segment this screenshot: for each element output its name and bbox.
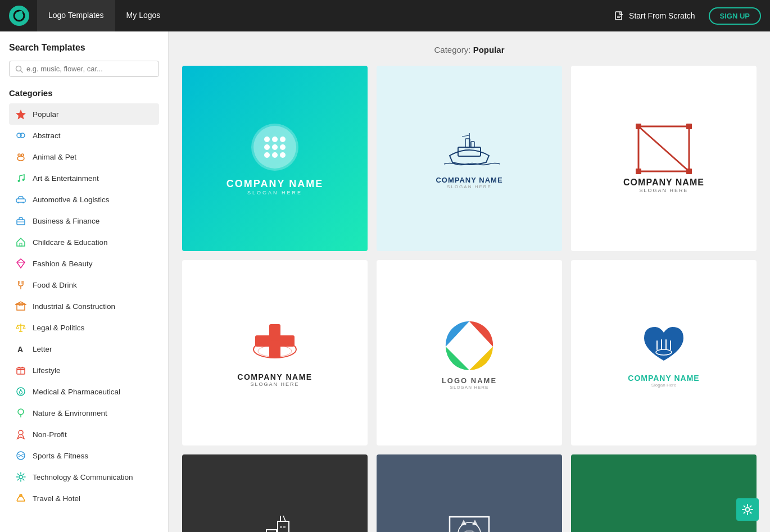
card6-slogan: Slogan Here <box>651 383 676 388</box>
svg-point-51 <box>280 144 286 150</box>
svg-marker-21 <box>17 259 25 268</box>
sidebar: Search Templates Categories Popular Abst… <box>0 31 169 532</box>
logo-card-2[interactable]: COMPANY NAME SLOGAN HERE <box>377 66 562 251</box>
logo-card-3[interactable]: COMPANY NAME SLOGAN HERE <box>571 66 757 251</box>
nav-tabs: Logo Templates My Logos <box>37 0 608 31</box>
car-icon <box>15 193 27 206</box>
svg-point-97 <box>746 508 750 512</box>
sidebar-item-abstract[interactable]: Abstract <box>9 125 159 146</box>
svg-point-48 <box>280 137 286 142</box>
settings-button[interactable] <box>736 498 759 521</box>
search-box[interactable] <box>9 61 159 77</box>
svg-point-1 <box>19 11 22 14</box>
svg-point-74 <box>656 349 672 355</box>
svg-rect-2 <box>615 12 622 20</box>
logo-card-9[interactable]: $ COMPANY NAME <box>571 454 757 532</box>
sidebar-item-food[interactable]: Food & Drink <box>9 274 159 295</box>
building-icon <box>15 300 27 312</box>
sidebar-item-childcare[interactable]: Childcare & Education <box>9 231 159 253</box>
sidebar-item-business[interactable]: Business & Finance <box>9 210 159 231</box>
svg-text:A: A <box>17 345 23 354</box>
logo-card-6[interactable]: COMPANY NAME Slogan Here <box>571 260 757 445</box>
svg-point-52 <box>264 152 270 158</box>
svg-point-47 <box>272 137 278 142</box>
sidebar-item-label-legal: Legal & Politics <box>33 324 84 332</box>
svg-rect-76 <box>266 530 277 532</box>
search-input[interactable] <box>26 65 153 73</box>
svg-line-61 <box>638 126 689 171</box>
tree-icon <box>15 407 27 419</box>
logo-card-1[interactable]: COMPANY NAME SLOGAN HERE <box>182 66 368 251</box>
search-icon <box>15 65 23 73</box>
sidebar-item-label-lifestyle: Lifestyle <box>33 366 61 375</box>
briefcase-icon <box>15 215 27 227</box>
abstract-icon <box>15 129 27 142</box>
svg-rect-55 <box>458 147 481 156</box>
sidebar-item-label-art: Art & Entertainment <box>33 174 99 183</box>
svg-point-14 <box>22 179 25 181</box>
sidebar-item-popular[interactable]: Popular <box>9 103 159 125</box>
letter-icon: A <box>15 343 27 355</box>
category-prefix: Category: <box>434 45 470 54</box>
svg-line-79 <box>283 516 286 521</box>
svg-rect-15 <box>16 199 25 202</box>
sidebar-item-label-automotive: Automotive & Logistics <box>33 195 110 204</box>
svg-rect-63 <box>686 124 692 129</box>
categories-title: Categories <box>9 88 159 98</box>
svg-line-59 <box>462 135 469 137</box>
sidebar-item-label-abstract: Abstract <box>33 131 61 140</box>
sidebar-item-label-letter: Letter <box>33 345 52 353</box>
svg-point-37 <box>18 409 24 415</box>
sidebar-item-animal[interactable]: Animal & Pet <box>9 146 159 167</box>
svg-point-39 <box>19 430 23 435</box>
star-icon <box>15 108 27 120</box>
logo-card-8[interactable]: Company Name Slogan Here <box>377 454 562 532</box>
sidebar-item-label-childcare: Childcare & Education <box>33 238 108 247</box>
food-icon <box>15 279 27 291</box>
svg-point-49 <box>264 144 270 150</box>
logo-card-7[interactable]: COMPANY NAME Slogan Here <box>182 454 368 532</box>
svg-point-46 <box>264 137 270 142</box>
sidebar-item-art[interactable]: Art & Entertainment <box>9 167 159 189</box>
ribbon-icon <box>15 428 27 440</box>
card3-slogan: SLOGAN HERE <box>623 188 704 193</box>
sidebar-item-label-sports: Sports & Fitness <box>33 452 88 460</box>
logo-card-5[interactable]: LOGO NAME SLOGAN HERE <box>377 260 562 445</box>
svg-rect-65 <box>686 169 692 174</box>
tab-my-logos[interactable]: My Logos <box>115 0 172 31</box>
svg-point-53 <box>272 152 278 158</box>
svg-point-13 <box>18 180 20 182</box>
card1-slogan: SLOGAN HERE <box>247 190 302 195</box>
sports-icon <box>15 449 27 462</box>
logo-card-4[interactable]: COMPANY NAME Slogan Here <box>182 260 368 445</box>
tab-logo-templates[interactable]: Logo Templates <box>37 0 115 31</box>
svg-marker-87 <box>461 520 466 525</box>
sidebar-item-label-medical: Medical & Pharmaceutical <box>33 388 120 396</box>
card1-company: COMPANY NAME <box>227 178 323 190</box>
app-logo <box>9 6 29 26</box>
sidebar-item-label-fashion: Fashion & Beauty <box>33 260 93 268</box>
sidebar-item-lifestyle[interactable]: Lifestyle <box>9 360 159 381</box>
sidebar-item-industrial[interactable]: Industrial & Construction <box>9 295 159 317</box>
sidebar-item-medical[interactable]: Medical & Pharmaceutical <box>9 381 159 402</box>
sidebar-item-legal[interactable]: Legal & Politics <box>9 317 159 338</box>
card5-company: LOGO NAME <box>442 376 497 385</box>
start-from-scratch-label: Start From Scratch <box>629 11 695 20</box>
sidebar-item-label-animal: Animal & Pet <box>33 153 76 161</box>
signup-button[interactable]: SIGN UP <box>709 7 761 25</box>
sidebar-item-sports[interactable]: Sports & Fitness <box>9 445 159 466</box>
search-templates-title: Search Templates <box>9 43 159 53</box>
sidebar-item-nature[interactable]: Nature & Environment <box>9 402 159 424</box>
main-layout: Search Templates Categories Popular Abst… <box>0 31 770 532</box>
sidebar-item-technology[interactable]: Technology & Communication <box>9 466 159 488</box>
sidebar-item-automotive[interactable]: Automotive & Logistics <box>9 189 159 210</box>
sidebar-item-nonprofit[interactable]: Non-Profit <box>9 424 159 445</box>
medical-icon <box>15 385 27 398</box>
sidebar-item-fashion[interactable]: Fashion & Beauty <box>9 253 159 274</box>
scale-icon <box>15 321 27 334</box>
sidebar-item-letter[interactable]: A Letter <box>9 338 159 360</box>
sidebar-item-travel[interactable]: Travel & Hotel <box>9 488 159 509</box>
start-from-scratch-button[interactable]: Start From Scratch <box>608 7 701 24</box>
svg-line-6 <box>21 70 23 72</box>
svg-point-16 <box>17 202 19 203</box>
